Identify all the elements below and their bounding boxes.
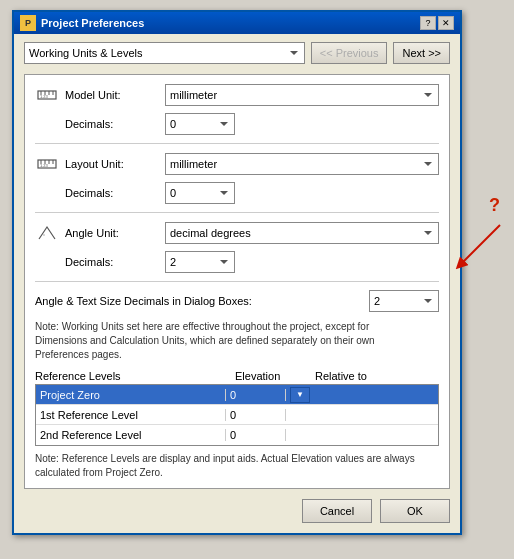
layout-unit-select[interactable]: millimeter bbox=[165, 153, 439, 175]
ref-row-1st[interactable]: 1st Reference Level 0 bbox=[36, 405, 438, 425]
angle-unit-icon: ° bbox=[35, 221, 59, 245]
ref-cell-name-0: Project Zero bbox=[36, 389, 226, 401]
svg-text:1.23: 1.23 bbox=[40, 94, 49, 99]
angle-unit-label: Angle Unit: bbox=[65, 227, 165, 239]
model-unit-icon: 1.23 bbox=[35, 83, 59, 107]
ref-cell-name-1: 1st Reference Level bbox=[36, 409, 226, 421]
angle-text-select[interactable]: 2 bbox=[369, 290, 439, 312]
dialog-content: Working Units & Levels << Previous Next … bbox=[14, 34, 460, 533]
button-row: Cancel OK bbox=[24, 499, 450, 523]
angle-icon: ° bbox=[37, 223, 57, 243]
close-button[interactable]: ✕ bbox=[438, 16, 454, 30]
help-button[interactable]: ? bbox=[420, 16, 436, 30]
svg-text:1.23: 1.23 bbox=[40, 163, 49, 168]
svg-line-14 bbox=[460, 225, 500, 265]
ref-header-rel: Relative to bbox=[315, 370, 367, 382]
project-preferences-dialog: P Project Preferences ? ✕ Working Units … bbox=[12, 10, 462, 535]
main-section: 1.23 Model Unit: millimeter Decimals: 0 bbox=[24, 74, 450, 489]
ref-cell-rel-0 bbox=[286, 387, 438, 403]
svg-text:°: ° bbox=[43, 233, 45, 239]
model-decimals-select[interactable]: 0 bbox=[165, 113, 235, 135]
ref-levels-header: Reference Levels Elevation Relative to bbox=[35, 370, 439, 382]
note-working-units: Note: Working Units set here are effecti… bbox=[35, 320, 439, 362]
model-unit-label: Model Unit: bbox=[65, 89, 165, 101]
ref-cell-name-2: 2nd Reference Level bbox=[36, 429, 226, 441]
prev-button[interactable]: << Previous bbox=[311, 42, 388, 64]
next-button[interactable]: Next >> bbox=[393, 42, 450, 64]
layout-decimals-label: Decimals: bbox=[65, 187, 165, 199]
title-bar: P Project Preferences ? ✕ bbox=[14, 12, 460, 34]
angle-decimals-row: Decimals: 2 bbox=[65, 251, 439, 273]
ref-cell-elev-1: 0 bbox=[226, 409, 286, 421]
layout-unit-icon: 1.23 bbox=[35, 152, 59, 176]
layout-ruler-icon: 1.23 bbox=[37, 154, 57, 174]
ref-levels-table: Project Zero 0 1st Reference Level 0 2nd… bbox=[35, 384, 439, 446]
ref-header-elev: Elevation bbox=[235, 370, 315, 382]
ref-cell-elev-2: 0 bbox=[226, 429, 286, 441]
separator-1 bbox=[35, 143, 439, 144]
note-ref-levels: Note: Reference Levels are display and i… bbox=[35, 452, 439, 480]
separator-3 bbox=[35, 281, 439, 282]
angle-text-label: Angle & Text Size Decimals in Dialog Box… bbox=[35, 295, 369, 307]
layout-unit-label: Layout Unit: bbox=[65, 158, 165, 170]
model-unit-row: 1.23 Model Unit: millimeter bbox=[35, 83, 439, 107]
angle-unit-row: ° Angle Unit: decimal degrees bbox=[35, 221, 439, 245]
angle-text-row: Angle & Text Size Decimals in Dialog Box… bbox=[35, 290, 439, 312]
angle-unit-select[interactable]: decimal degrees bbox=[165, 222, 439, 244]
layout-decimals-row: Decimals: 0 bbox=[65, 182, 439, 204]
title-bar-left: P Project Preferences bbox=[20, 15, 144, 31]
rel-dropdown-0[interactable] bbox=[290, 387, 310, 403]
ruler-icon: 1.23 bbox=[37, 85, 57, 105]
question-mark-annotation: ? bbox=[489, 195, 500, 216]
section-dropdown[interactable]: Working Units & Levels bbox=[24, 42, 305, 64]
window-icon: P bbox=[20, 15, 36, 31]
separator-2 bbox=[35, 212, 439, 213]
ref-row-project-zero[interactable]: Project Zero 0 bbox=[36, 385, 438, 405]
ref-header-name: Reference Levels bbox=[35, 370, 235, 382]
toolbar-row: Working Units & Levels << Previous Next … bbox=[24, 42, 450, 64]
ok-button[interactable]: OK bbox=[380, 499, 450, 523]
title-bar-buttons: ? ✕ bbox=[420, 16, 454, 30]
cancel-button[interactable]: Cancel bbox=[302, 499, 372, 523]
model-decimals-label: Decimals: bbox=[65, 118, 165, 130]
ref-row-2nd[interactable]: 2nd Reference Level 0 bbox=[36, 425, 438, 445]
angle-decimals-label: Decimals: bbox=[65, 256, 165, 268]
model-unit-select[interactable]: millimeter bbox=[165, 84, 439, 106]
window-title: Project Preferences bbox=[41, 17, 144, 29]
ref-cell-elev-0: 0 bbox=[226, 389, 286, 401]
layout-decimals-select[interactable]: 0 bbox=[165, 182, 235, 204]
layout-unit-row: 1.23 Layout Unit: millimeter bbox=[35, 152, 439, 176]
angle-decimals-select[interactable]: 2 bbox=[165, 251, 235, 273]
model-decimals-row: Decimals: 0 bbox=[65, 113, 439, 135]
